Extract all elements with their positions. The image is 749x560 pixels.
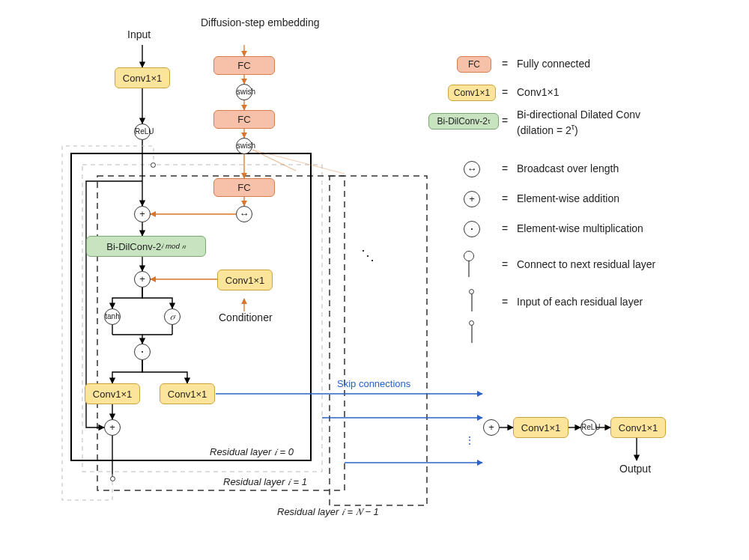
legend-stem-dot-1 bbox=[469, 289, 474, 294]
legend-eq-7: = bbox=[502, 258, 508, 270]
legend-input-each-text: Input of each residual layer bbox=[517, 296, 643, 308]
legend-stem-dot-2 bbox=[469, 320, 474, 326]
legend-eq-8: = bbox=[502, 296, 508, 308]
legend-connect-next-text: Connect to next residual layer bbox=[517, 258, 655, 270]
